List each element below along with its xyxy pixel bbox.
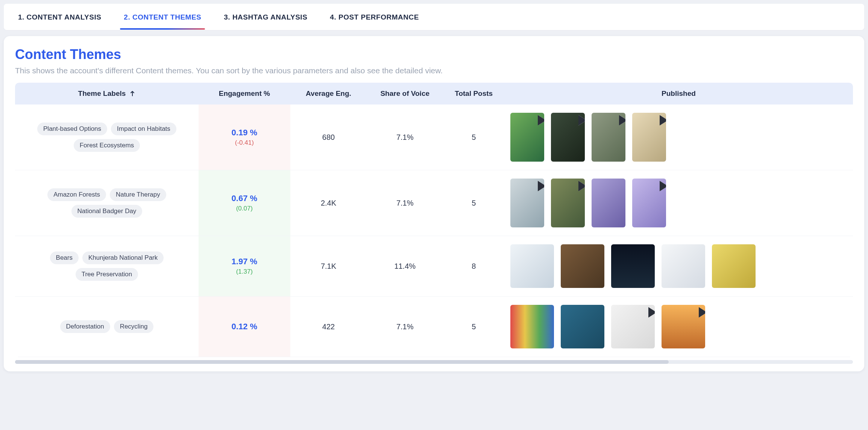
- engagement-cell: 0.19 %(-0.41): [199, 104, 290, 170]
- col-header-label: Theme Labels: [78, 89, 126, 98]
- play-icon: [578, 181, 585, 191]
- tab-hashtag-analysis[interactable]: 3. HASHTAG ANALYSIS: [220, 5, 311, 29]
- table-row: Plant-based OptionsImpact on HabitatsFor…: [15, 104, 853, 170]
- post-thumbnail[interactable]: [632, 179, 666, 227]
- page-title: Content Themes: [15, 47, 853, 62]
- post-thumbnail[interactable]: [611, 305, 655, 348]
- post-thumbnail[interactable]: [561, 305, 604, 348]
- engagement-value: 1.97 %: [205, 257, 284, 266]
- published-cell: [504, 104, 853, 170]
- col-header-published: Published: [504, 83, 853, 104]
- post-thumbnail[interactable]: [662, 244, 705, 288]
- table-row: Amazon ForestsNature TherapyNational Bad…: [15, 170, 853, 236]
- engagement-value: 0.67 %: [205, 194, 284, 203]
- post-thumbnail[interactable]: [551, 113, 585, 162]
- post-thumbnail[interactable]: [510, 305, 554, 348]
- play-icon: [660, 115, 666, 126]
- share-of-voice-cell: 7.1%: [367, 170, 443, 236]
- share-of-voice-cell: 7.1%: [367, 297, 443, 357]
- play-icon: [538, 181, 544, 191]
- theme-chip[interactable]: Deforestation: [60, 320, 110, 333]
- post-thumbnail[interactable]: [561, 244, 604, 288]
- page-subtitle: This shows the account's different Conte…: [15, 66, 853, 75]
- engagement-value: 0.19 %: [205, 128, 284, 138]
- col-header-share-of-voice[interactable]: Share of Voice: [367, 83, 443, 104]
- average-eng-cell: 680: [290, 104, 367, 170]
- engagement-value: 0.12 %: [205, 322, 284, 332]
- post-thumbnail[interactable]: [712, 244, 756, 288]
- theme-chip[interactable]: National Badger Day: [71, 205, 143, 218]
- share-of-voice-cell: 7.1%: [367, 104, 443, 170]
- tab-content-themes[interactable]: 2. CONTENT THEMES: [120, 5, 205, 29]
- post-thumbnail[interactable]: [611, 244, 655, 288]
- post-thumbnail[interactable]: [592, 179, 625, 227]
- post-thumbnail[interactable]: [510, 244, 554, 288]
- theme-chip[interactable]: Bears: [50, 251, 79, 264]
- theme-chip[interactable]: Khunjerab National Park: [82, 251, 164, 264]
- post-thumbnail[interactable]: [632, 113, 666, 162]
- post-thumbnail[interactable]: [510, 179, 544, 227]
- theme-chip[interactable]: Tree Preservation: [76, 268, 138, 281]
- col-header-engagement[interactable]: Engagement %: [199, 83, 290, 104]
- theme-chip[interactable]: Impact on Habitats: [111, 123, 176, 135]
- total-posts-cell: 5: [443, 104, 504, 170]
- horizontal-scrollbar[interactable]: [15, 360, 853, 364]
- share-of-voice-cell: 11.4%: [367, 236, 443, 297]
- engagement-delta: (-0.41): [205, 139, 284, 147]
- theme-chip[interactable]: Recycling: [114, 320, 154, 333]
- table-scroll-area[interactable]: Theme Labels Engagement % Average Eng. S…: [15, 83, 853, 357]
- total-posts-cell: 8: [443, 236, 504, 297]
- theme-chip[interactable]: Plant-based Options: [37, 123, 107, 135]
- col-header-total-posts[interactable]: Total Posts: [443, 83, 504, 104]
- engagement-delta: (0.07): [205, 205, 284, 212]
- published-cell: [504, 170, 853, 236]
- col-header-theme-labels[interactable]: Theme Labels: [78, 89, 136, 98]
- theme-labels-cell: BearsKhunjerab National ParkTree Preserv…: [15, 236, 199, 297]
- published-cell: [504, 236, 853, 297]
- play-icon: [660, 181, 666, 191]
- play-icon: [538, 115, 544, 126]
- content-themes-card: Content Themes This shows the account's …: [4, 36, 864, 371]
- post-thumbnail[interactable]: [662, 305, 705, 348]
- post-thumbnail[interactable]: [592, 113, 625, 162]
- published-thumbs: [510, 179, 847, 227]
- post-thumbnail[interactable]: [510, 113, 544, 162]
- theme-chip[interactable]: Forest Ecosystems: [74, 139, 140, 152]
- published-thumbs: [510, 244, 847, 288]
- published-thumbs: [510, 113, 847, 162]
- theme-label-chips: Amazon ForestsNature TherapyNational Bad…: [21, 188, 193, 218]
- play-icon: [699, 307, 705, 318]
- average-eng-cell: 7.1K: [290, 236, 367, 297]
- theme-labels-cell: DeforestationRecycling: [15, 297, 199, 357]
- theme-label-chips: Plant-based OptionsImpact on HabitatsFor…: [21, 123, 193, 152]
- published-thumbs: [510, 305, 847, 348]
- tab-content-analysis[interactable]: 1. CONTENT ANALYSIS: [14, 5, 105, 29]
- col-header-average-eng[interactable]: Average Eng.: [290, 83, 367, 104]
- theme-label-chips: BearsKhunjerab National ParkTree Preserv…: [21, 251, 193, 281]
- engagement-cell: 0.12 %: [199, 297, 290, 357]
- total-posts-cell: 5: [443, 170, 504, 236]
- themes-table: Theme Labels Engagement % Average Eng. S…: [15, 83, 853, 357]
- tab-post-performance[interactable]: 4. POST PERFORMANCE: [326, 5, 422, 29]
- play-icon: [578, 115, 585, 126]
- published-cell: [504, 297, 853, 357]
- theme-chip[interactable]: Nature Therapy: [110, 188, 166, 201]
- post-thumbnail[interactable]: [551, 179, 585, 227]
- engagement-delta: (1.37): [205, 268, 284, 276]
- tab-bar: 1. CONTENT ANALYSIS 2. CONTENT THEMES 3.…: [4, 4, 864, 30]
- average-eng-cell: 422: [290, 297, 367, 357]
- average-eng-cell: 2.4K: [290, 170, 367, 236]
- total-posts-cell: 5: [443, 297, 504, 357]
- table-row: BearsKhunjerab National ParkTree Preserv…: [15, 236, 853, 297]
- engagement-cell: 0.67 %(0.07): [199, 170, 290, 236]
- play-icon: [648, 307, 655, 318]
- table-row: DeforestationRecycling0.12 %4227.1%5: [15, 297, 853, 357]
- sort-asc-icon: [129, 91, 135, 97]
- engagement-cell: 1.97 %(1.37): [199, 236, 290, 297]
- theme-labels-cell: Amazon ForestsNature TherapyNational Bad…: [15, 170, 199, 236]
- play-icon: [619, 115, 625, 126]
- theme-chip[interactable]: Amazon Forests: [47, 188, 106, 201]
- theme-label-chips: DeforestationRecycling: [21, 320, 193, 333]
- theme-labels-cell: Plant-based OptionsImpact on HabitatsFor…: [15, 104, 199, 170]
